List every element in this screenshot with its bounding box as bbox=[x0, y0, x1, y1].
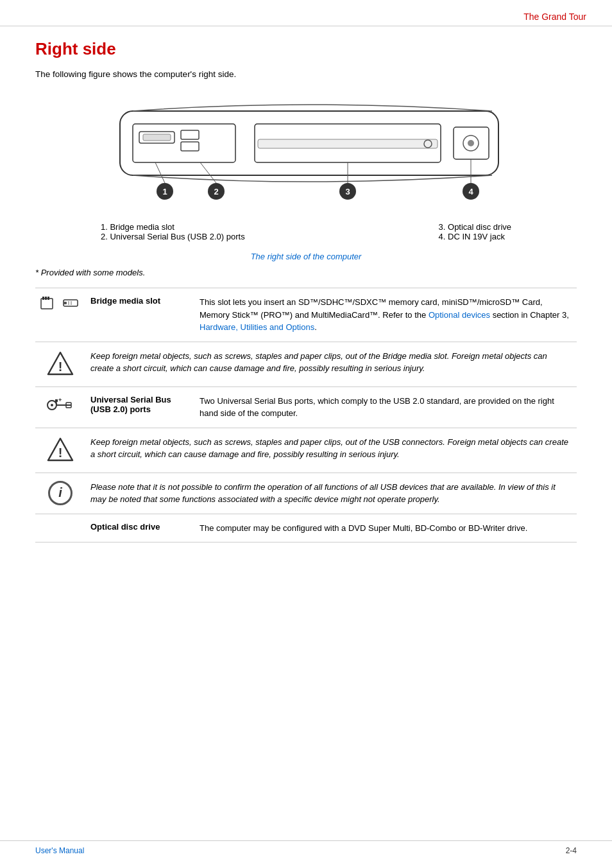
page-content: Right side The following figure shows th… bbox=[0, 26, 612, 581]
table-row-info: i Please note that it is not possible to… bbox=[35, 473, 577, 514]
svg-text:1: 1 bbox=[162, 187, 167, 196]
diagram-labels-left: 1. Bridge media slot 2. Universal Serial… bbox=[101, 222, 245, 241]
table-row-warning-1: ! Keep foreign metal objects, such as sc… bbox=[35, 342, 577, 386]
intro-text: The following figure shows the computer'… bbox=[35, 69, 577, 79]
desc-usb: Two Universal Serial Bus ports, which co… bbox=[194, 386, 577, 428]
optional-devices-link[interactable]: Optional devices bbox=[429, 310, 490, 320]
icon-cell-usb: + bbox=[35, 386, 85, 428]
table-row-bridge-media: Bridge media slot This slot lets you ins… bbox=[35, 288, 577, 342]
svg-rect-24 bbox=[41, 299, 53, 309]
diagram-labels: 1. Bridge media slot 2. Universal Serial… bbox=[81, 222, 531, 241]
desc-bridge-media: This slot lets you insert an SD™/SDHC™/S… bbox=[194, 288, 577, 342]
table-row-warning-2: ! Keep foreign metal objects, such as sc… bbox=[35, 428, 577, 473]
desc-optical: The computer may be configured with a DV… bbox=[194, 514, 577, 542]
term-optical: Optical disc drive bbox=[85, 514, 194, 542]
label-1: 1. Bridge media slot bbox=[101, 222, 245, 232]
footer-manual-label: User's Manual bbox=[35, 846, 84, 855]
diagram-svg: 1 2 3 4 1. Bridge media slot 2. bbox=[81, 92, 531, 241]
sd-icon bbox=[40, 296, 80, 310]
svg-text:!: ! bbox=[58, 360, 63, 374]
svg-text:2: 2 bbox=[214, 187, 218, 196]
svg-rect-26 bbox=[45, 297, 47, 300]
info-text-cell: Please note that it is not possible to c… bbox=[85, 473, 577, 514]
label-3: 3. Optical disc drive bbox=[439, 222, 511, 232]
page-header: The Grand Tour bbox=[0, 0, 612, 26]
page-footer: User's Manual 2-4 bbox=[0, 840, 612, 855]
svg-text:3: 3 bbox=[345, 187, 350, 196]
icon-cell-sd bbox=[35, 288, 85, 342]
svg-rect-3 bbox=[143, 134, 171, 141]
warn-icon-cell-1: ! bbox=[35, 342, 85, 386]
svg-text:4: 4 bbox=[468, 187, 473, 196]
svg-rect-5 bbox=[181, 142, 199, 151]
section-title: Right side bbox=[35, 39, 577, 59]
usb-icon: + bbox=[40, 395, 80, 415]
warning-text-1: Keep foreign metal objects, such as scre… bbox=[85, 342, 577, 386]
hardware-utilities-link[interactable]: Hardware, Utilities and Options bbox=[200, 322, 314, 332]
info-icon: i bbox=[48, 481, 72, 505]
svg-line-14 bbox=[155, 162, 165, 183]
provided-note: * Provided with some models. bbox=[35, 268, 577, 277]
warn-icon-cell-2: ! bbox=[35, 428, 85, 473]
svg-rect-25 bbox=[42, 297, 44, 300]
info-icon-cell: i bbox=[35, 473, 85, 514]
term-usb: Universal Serial Bus (USB 2.0) ports bbox=[85, 386, 194, 428]
svg-rect-27 bbox=[47, 297, 49, 300]
icon-cell-optical bbox=[35, 514, 85, 542]
warning-text-2: Keep foreign metal objects, such as scre… bbox=[85, 428, 577, 473]
svg-point-11 bbox=[468, 140, 474, 146]
svg-rect-4 bbox=[181, 130, 199, 139]
diagram-container: 1 2 3 4 1. Bridge media slot 2. bbox=[35, 92, 577, 241]
svg-rect-7 bbox=[258, 139, 438, 148]
table-row-optical: Optical disc drive The computer may be c… bbox=[35, 514, 577, 542]
svg-point-35 bbox=[51, 404, 53, 406]
footer-page-number: 2-4 bbox=[566, 846, 577, 855]
label-4: 4. DC IN 19V jack bbox=[439, 232, 511, 241]
info-table: Bridge media slot This slot lets you ins… bbox=[35, 288, 577, 542]
svg-text:!: ! bbox=[58, 446, 63, 460]
svg-rect-29 bbox=[64, 302, 67, 304]
svg-rect-39 bbox=[55, 399, 58, 402]
term-bridge-media: Bridge media slot bbox=[85, 288, 194, 342]
table-row-usb: + Universal Serial Bus (USB 2.0) ports T… bbox=[35, 386, 577, 428]
svg-text:+: + bbox=[58, 397, 62, 403]
diagram-labels-right: 3. Optical disc drive 4. DC IN 19V jack bbox=[439, 222, 511, 241]
diagram-caption: The right side of the computer bbox=[35, 252, 577, 261]
label-2: 2. Universal Serial Bus (USB 2.0) ports bbox=[101, 232, 245, 241]
header-title: The Grand Tour bbox=[523, 12, 586, 22]
